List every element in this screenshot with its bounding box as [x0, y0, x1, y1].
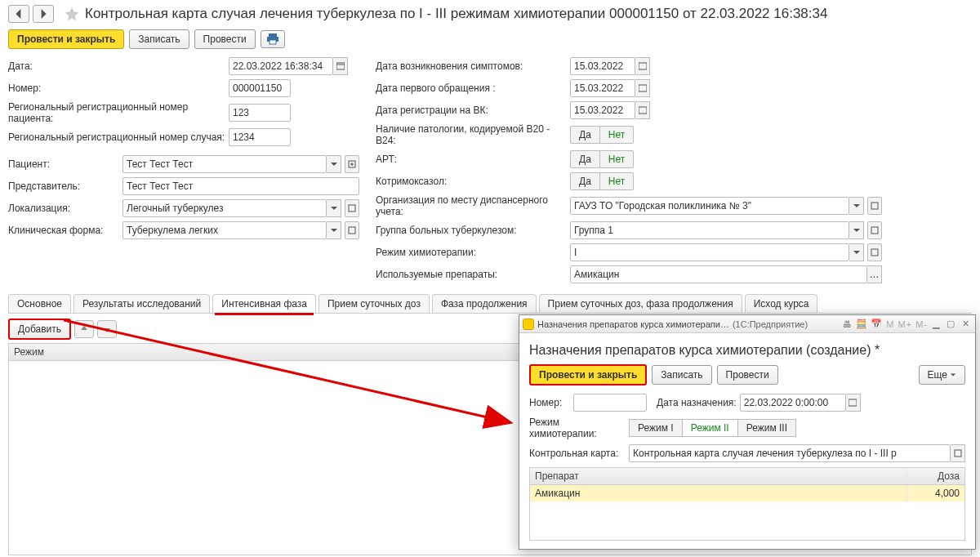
maximize-icon[interactable]: ▢ — [944, 318, 957, 331]
calendar-icon[interactable] — [635, 79, 650, 97]
group-label: Группа больных туберкулезом: — [376, 225, 570, 236]
chevron-down-icon[interactable] — [849, 221, 864, 239]
open-icon[interactable] — [345, 199, 359, 217]
yes-button[interactable]: Да — [570, 150, 600, 168]
no-button[interactable]: Нет — [600, 172, 634, 190]
tab-intensive-phase[interactable]: Интенсивная фаза — [212, 294, 316, 313]
open-icon[interactable] — [345, 155, 359, 173]
no-button[interactable]: Нет — [600, 126, 634, 144]
symptoms-date-label: Дата возникновения симптомов: — [376, 60, 570, 72]
prescription-modal: Назначения препаратов курса химиотерапи…… — [519, 314, 976, 550]
modal-save-button[interactable]: Записать — [652, 365, 711, 385]
date-label: Дата: — [8, 60, 229, 72]
calendar-icon[interactable] — [635, 101, 650, 119]
regime-3-button[interactable]: Режим III — [738, 419, 796, 437]
open-icon[interactable] — [951, 444, 965, 462]
tab-daily-doses-continuation[interactable]: Прием суточных доз, фаза продолжения — [539, 294, 742, 313]
drugs-label: Используемые препараты: — [376, 269, 570, 280]
yes-button[interactable]: Да — [570, 126, 600, 144]
calendar-icon[interactable]: 📅 — [870, 318, 883, 331]
first-visit-date-input[interactable]: 15.03.2022 — [570, 79, 635, 97]
modal-card-label: Контрольная карта: — [529, 448, 629, 459]
cotrimoxazole-toggle[interactable]: ДаНет — [570, 172, 634, 190]
svg-rect-13 — [871, 249, 878, 256]
print-button[interactable] — [261, 30, 285, 48]
regime-2-button[interactable]: Режим II — [683, 419, 738, 437]
nav-back-button[interactable] — [8, 5, 29, 23]
modal-drugs-grid[interactable]: Препарат Доза Амикацин 4,000 — [529, 467, 965, 541]
chevron-down-icon[interactable] — [327, 155, 341, 173]
date-input[interactable]: 22.03.2022 16:38:34 — [229, 57, 333, 75]
add-button[interactable]: Добавить — [8, 319, 71, 340]
chevron-down-icon[interactable] — [849, 197, 864, 215]
cell-drug: Амикацин — [530, 485, 907, 501]
svg-rect-6 — [349, 205, 355, 212]
vk-date-label: Дата регистрации на ВК: — [376, 105, 570, 116]
regime-segment[interactable]: Режим I Режим II Режим III — [629, 419, 796, 437]
first-visit-date-label: Дата первого обращения : — [376, 82, 570, 94]
modal-more-button[interactable]: Еще — [919, 365, 965, 385]
modal-card-input[interactable]: Контрольная карта случая лечения туберку… — [629, 444, 951, 462]
modal-post-close-button[interactable]: Провести и закрыть — [529, 364, 647, 385]
modal-date-input[interactable]: 22.03.2022 0:00:00 — [740, 394, 846, 412]
no-button[interactable]: Нет — [600, 150, 634, 168]
number-label: Номер: — [8, 82, 229, 94]
regnum-patient-input[interactable]: 123 — [229, 104, 291, 122]
regime-1-button[interactable]: Режим I — [629, 419, 683, 437]
print-icon[interactable]: 🖶 — [840, 318, 853, 331]
representative-input[interactable]: Тест Тест Тест — [122, 177, 359, 195]
calc-icon[interactable]: 🧮 — [855, 318, 868, 331]
tabs: Основное Результаты исследований Интенси… — [8, 294, 972, 314]
memo-buttons[interactable]: M M+ M- — [886, 319, 928, 329]
tab-results[interactable]: Результаты исследований — [74, 294, 210, 313]
tab-main[interactable]: Основное — [8, 294, 71, 313]
table-row[interactable]: Амикацин 4,000 — [530, 485, 964, 501]
chevron-down-icon[interactable] — [327, 221, 341, 239]
modal-date-label: Дата назначения: — [657, 397, 737, 408]
svg-rect-11 — [871, 203, 878, 209]
move-down-button[interactable] — [97, 320, 117, 338]
group-input[interactable]: Группа 1 — [570, 221, 849, 239]
post-and-close-button[interactable]: Провести и закрыть — [8, 29, 124, 49]
calendar-icon[interactable] — [635, 57, 650, 75]
svg-rect-0 — [269, 33, 277, 37]
calendar-icon[interactable] — [846, 394, 861, 412]
tab-continuation-phase[interactable]: Фаза продолжения — [432, 294, 537, 313]
symptoms-date-input[interactable]: 15.03.2022 — [570, 57, 635, 75]
svg-rect-7 — [349, 227, 355, 234]
calendar-icon[interactable] — [333, 57, 348, 75]
patient-input[interactable]: Тест Тест Тест — [122, 155, 327, 173]
save-button[interactable]: Записать — [129, 29, 189, 49]
favorite-star-icon[interactable] — [64, 6, 80, 22]
minimize-icon[interactable]: ▁ — [929, 318, 942, 331]
organization-input[interactable]: ГАУЗ ТО "Городская поликлиника № 3" — [570, 197, 849, 215]
open-icon[interactable] — [867, 197, 882, 215]
tab-daily-doses[interactable]: Прием суточных доз — [318, 294, 430, 313]
clinical-form-input[interactable]: Туберкулема легких — [122, 221, 327, 239]
number-input[interactable]: 000001150 — [229, 79, 291, 97]
cotrimoxazole-label: Котримоксазол: — [376, 176, 570, 187]
chevron-down-icon[interactable] — [327, 199, 341, 217]
art-toggle[interactable]: ДаНет — [570, 150, 634, 168]
chevron-down-icon[interactable] — [849, 243, 864, 261]
drugs-input[interactable]: Амикацин — [570, 265, 867, 283]
move-up-button[interactable] — [74, 320, 94, 338]
ellipsis-icon[interactable]: … — [867, 265, 882, 283]
pathology-toggle[interactable]: ДаНет — [570, 126, 634, 144]
clinical-form-label: Клиническая форма: — [8, 225, 122, 236]
svg-rect-10 — [639, 107, 647, 114]
regime-input[interactable]: I — [570, 243, 849, 261]
localization-input[interactable]: Легочный туберкулез — [122, 199, 327, 217]
close-icon[interactable]: ✕ — [959, 318, 972, 331]
nav-forward-button[interactable] — [33, 5, 54, 23]
open-icon[interactable] — [867, 243, 882, 261]
open-icon[interactable] — [867, 221, 882, 239]
yes-button[interactable]: Да — [570, 172, 600, 190]
vk-date-input[interactable]: 15.03.2022 — [570, 101, 635, 119]
post-button[interactable]: Провести — [194, 29, 256, 49]
modal-post-button[interactable]: Провести — [717, 365, 778, 385]
regnum-case-input[interactable]: 1234 — [229, 128, 291, 146]
open-icon[interactable] — [345, 221, 359, 239]
modal-number-input[interactable] — [573, 394, 647, 412]
tab-outcome[interactable]: Исход курса — [745, 294, 818, 313]
